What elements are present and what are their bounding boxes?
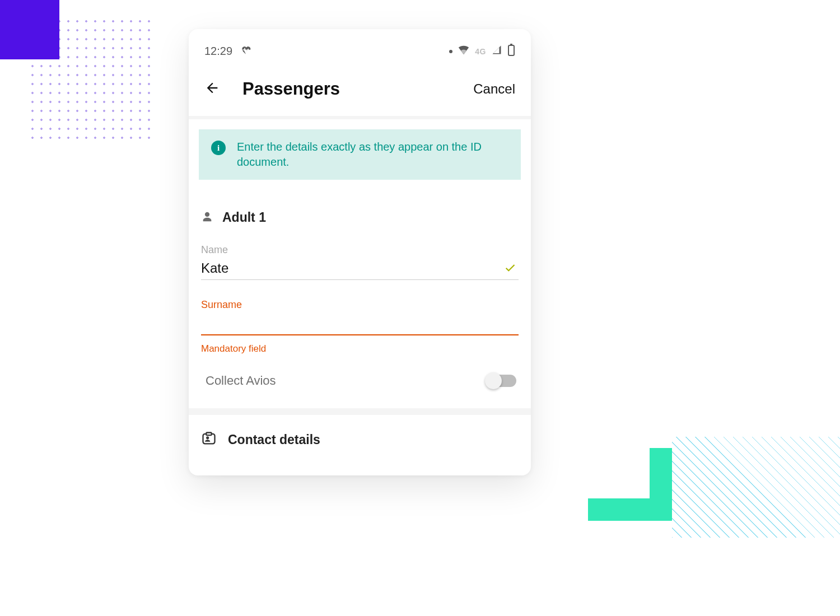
- network-label: 4G: [475, 47, 486, 56]
- collect-avios-label: Collect Avios: [206, 374, 276, 388]
- svg-rect-0: [508, 45, 514, 55]
- surname-label: Surname: [201, 299, 519, 311]
- battery-icon: [507, 44, 515, 59]
- name-field: Name: [199, 244, 521, 280]
- name-label: Name: [201, 244, 519, 256]
- passenger-section-header: Adult 1: [199, 210, 521, 225]
- status-bar: 12:29 4G: [189, 29, 531, 66]
- collect-avios-toggle[interactable]: [487, 375, 516, 387]
- nav-bar: Passengers Cancel: [189, 66, 531, 116]
- surname-field: Surname Mandatory field: [199, 299, 521, 354]
- info-banner-text: Enter the details exactly as they appear…: [237, 139, 508, 170]
- decorative-purple-square: [0, 0, 59, 59]
- page-title: Passengers: [242, 79, 451, 99]
- back-arrow-icon[interactable]: [204, 80, 220, 98]
- signal-icon: [492, 45, 502, 58]
- contact-details-title: Contact details: [228, 432, 320, 447]
- heart-rate-icon: [240, 44, 251, 58]
- collect-avios-row: Collect Avios: [199, 354, 521, 408]
- toggle-knob: [485, 372, 502, 389]
- svg-point-3: [206, 436, 209, 439]
- name-input[interactable]: [201, 259, 504, 277]
- phone-frame: 12:29 4G Passengers Cancel: [189, 29, 531, 475]
- person-icon: [201, 211, 213, 225]
- status-dot-icon: [449, 50, 452, 53]
- cancel-button[interactable]: Cancel: [473, 81, 515, 97]
- contact-details-panel[interactable]: Contact details: [189, 415, 531, 475]
- section-divider: [189, 408, 531, 415]
- info-icon: i: [211, 141, 226, 155]
- decorative-diagonal-lines: [672, 437, 840, 538]
- wifi-icon: [458, 45, 469, 58]
- check-icon: [504, 261, 516, 276]
- surname-error-text: Mandatory field: [201, 343, 519, 354]
- status-time: 12:29: [204, 45, 232, 58]
- svg-rect-1: [510, 44, 512, 45]
- decorative-green-notch: [588, 448, 672, 521]
- contact-card-icon: [201, 431, 217, 449]
- surname-input[interactable]: [201, 314, 519, 332]
- svg-rect-4: [206, 433, 211, 436]
- info-banner: i Enter the details exactly as they appe…: [199, 129, 521, 180]
- passenger-section-title: Adult 1: [222, 210, 266, 225]
